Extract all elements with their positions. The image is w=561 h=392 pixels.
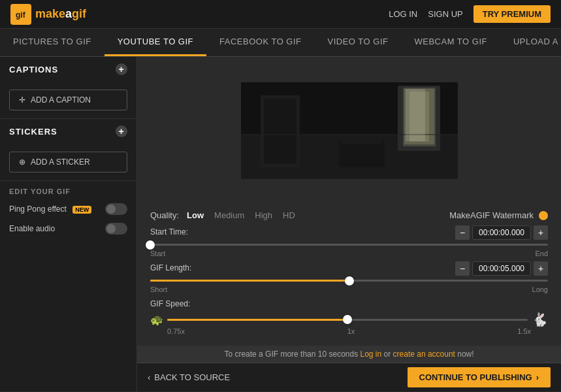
ping-pong-toggle[interactable] bbox=[105, 203, 127, 215]
gif-length-row: GIF Length: − 00:00:05.000 + Short Long bbox=[150, 261, 548, 293]
tab-pictures[interactable]: PICTURES TO GIF bbox=[0, 29, 104, 56]
new-badge: NEW bbox=[72, 206, 91, 214]
back-button[interactable]: ‹ BACK TO SOURCE bbox=[148, 372, 230, 382]
tab-upload[interactable]: UPLOAD A GIF bbox=[500, 29, 561, 56]
login-link[interactable]: LOG IN bbox=[389, 9, 417, 19]
continue-label: CONTINUE TO PUBLISHING bbox=[419, 372, 532, 382]
captions-section: CAPTIONS + ✛ ADD A CAPTION bbox=[0, 57, 136, 119]
svg-rect-11 bbox=[339, 141, 385, 167]
enable-audio-row: Enable audio bbox=[9, 223, 127, 235]
ping-pong-row: Ping Pong effect NEW bbox=[9, 203, 127, 215]
gif-length-thumb[interactable] bbox=[345, 276, 354, 286]
stickers-add-icon[interactable]: + bbox=[116, 125, 127, 137]
watermark-label: MakeAGIF Watermark bbox=[449, 210, 534, 220]
speed-label-1: 1x bbox=[347, 327, 355, 335]
start-time-labels: Start End bbox=[150, 250, 548, 257]
signup-link[interactable]: SIGN UP bbox=[428, 9, 462, 19]
speed-label-15: 1.5x bbox=[517, 327, 531, 335]
gif-speed-thumb[interactable] bbox=[343, 315, 352, 324]
svg-text:gif: gif bbox=[16, 10, 26, 20]
content: Quality: Low Medium High HD MakeAGIF Wat… bbox=[137, 57, 561, 391]
tab-youtube[interactable]: YOUTUBE TO GIF bbox=[104, 29, 206, 56]
create-account-link[interactable]: create an account bbox=[393, 350, 455, 359]
svg-rect-8 bbox=[409, 91, 429, 142]
tab-facebook[interactable]: FACEBOOK TO GIF bbox=[206, 29, 315, 56]
enable-audio-toggle[interactable] bbox=[105, 223, 127, 235]
stickers-section: STICKERS + ⊕ ADD A STICKER bbox=[0, 119, 136, 181]
ping-pong-label: Ping Pong effect NEW bbox=[9, 204, 91, 214]
back-label: BACK TO SOURCE bbox=[154, 372, 230, 382]
start-time-input: − 00:00:00.000 + bbox=[455, 225, 548, 240]
svg-rect-7 bbox=[404, 89, 434, 144]
continue-button[interactable]: CONTINUE TO PUBLISHING › bbox=[408, 367, 551, 387]
start-label: Start bbox=[150, 250, 165, 257]
continue-arrow-icon: › bbox=[536, 372, 539, 382]
gif-speed-track bbox=[167, 319, 528, 321]
quality-low[interactable]: Low bbox=[187, 210, 204, 220]
add-sticker-label: ADD A STICKER bbox=[31, 157, 90, 167]
svg-rect-12 bbox=[342, 135, 381, 144]
start-time-minus[interactable]: − bbox=[455, 225, 470, 240]
speed-slow-icon: 🐢 bbox=[150, 314, 163, 326]
speed-fast-icon: 🐇 bbox=[532, 312, 548, 327]
start-time-thumb[interactable] bbox=[146, 240, 155, 250]
long-label: Long bbox=[532, 286, 548, 293]
gif-length-fill bbox=[150, 280, 349, 282]
edit-section: EDIT YOUR GIF Ping Pong effect NEW Enabl… bbox=[0, 181, 136, 249]
logo: gif makeagif bbox=[10, 4, 86, 25]
main: CAPTIONS + ✛ ADD A CAPTION STICKERS + ⊕ … bbox=[0, 57, 561, 391]
start-time-plus[interactable]: + bbox=[534, 225, 548, 240]
start-time-row: Start Time: − 00:00:00.000 + Start End bbox=[150, 225, 548, 257]
quality-hd[interactable]: HD bbox=[283, 210, 295, 220]
stickers-label: STICKERS bbox=[9, 127, 57, 137]
quality-row: Quality: Low Medium High HD MakeAGIF Wat… bbox=[150, 210, 548, 220]
nav-tabs: PICTURES TO GIF YOUTUBE TO GIF FACEBOOK … bbox=[0, 29, 561, 57]
gif-length-labels: Short Long bbox=[150, 286, 548, 293]
tab-webcam[interactable]: WEBCAM TO GIF bbox=[401, 29, 500, 56]
captions-add-icon[interactable]: + bbox=[116, 63, 127, 75]
tab-video[interactable]: VIDEO TO GIF bbox=[315, 29, 402, 56]
add-caption-button[interactable]: ✛ ADD A CAPTION bbox=[9, 90, 127, 110]
gif-length-label: GIF Length: bbox=[150, 263, 191, 272]
short-label: Short bbox=[150, 286, 167, 293]
stickers-header[interactable]: STICKERS + bbox=[0, 119, 136, 144]
controls: Quality: Low Medium High HD MakeAGIF Wat… bbox=[137, 204, 561, 346]
video-area bbox=[137, 57, 561, 204]
info-bar: To create a GIF more than 10 seconds Log… bbox=[137, 346, 561, 363]
premium-button[interactable]: TRY PREMIUM bbox=[473, 5, 551, 23]
enable-audio-label: Enable audio bbox=[9, 224, 55, 233]
gif-length-input: − 00:00:05.000 + bbox=[455, 261, 548, 276]
start-time-label: Start Time: bbox=[150, 227, 188, 237]
watermark-row: MakeAGIF Watermark bbox=[449, 210, 548, 220]
login-link-info[interactable]: Log in bbox=[360, 350, 381, 359]
gif-length-track bbox=[150, 280, 548, 282]
footer: ‹ BACK TO SOURCE CONTINUE TO PUBLISHING … bbox=[137, 363, 561, 391]
back-arrow-icon: ‹ bbox=[148, 372, 150, 382]
header: gif makeagif LOG IN SIGN UP TRY PREMIUM bbox=[0, 0, 561, 29]
quality-label: Quality: bbox=[150, 210, 179, 220]
add-caption-label: ADD A CAPTION bbox=[31, 95, 91, 105]
gif-speed-fill bbox=[167, 319, 347, 321]
logo-icon: gif bbox=[10, 4, 31, 25]
sidebar: CAPTIONS + ✛ ADD A CAPTION STICKERS + ⊕ … bbox=[0, 57, 137, 391]
quality-high[interactable]: High bbox=[255, 210, 272, 220]
gif-length-minus[interactable]: − bbox=[455, 261, 470, 276]
captions-header[interactable]: CAPTIONS + bbox=[0, 57, 136, 82]
add-sticker-button[interactable]: ⊕ ADD A STICKER bbox=[9, 152, 127, 172]
gif-speed-row: GIF Speed: 🐢 🐇 0.75x 1x 1.5x bbox=[150, 297, 548, 335]
header-nav: LOG IN SIGN UP TRY PREMIUM bbox=[389, 5, 551, 23]
start-time-track bbox=[150, 244, 548, 246]
gif-length-value: 00:00:05.000 bbox=[472, 261, 531, 276]
quality-options: Low Medium High HD bbox=[187, 210, 295, 220]
info-text-before: To create a GIF more than 10 seconds bbox=[224, 350, 360, 359]
quality-medium[interactable]: Medium bbox=[214, 210, 244, 220]
info-text-after: now! bbox=[455, 350, 474, 359]
video-preview bbox=[241, 82, 458, 179]
logo-text: makeagif bbox=[35, 7, 86, 21]
sticker-icon: ⊕ bbox=[19, 157, 25, 167]
start-time-value: 00:00:00.000 bbox=[472, 225, 531, 240]
watermark-toggle[interactable] bbox=[539, 211, 548, 220]
speed-label-075: 0.75x bbox=[167, 327, 185, 335]
gif-length-plus[interactable]: + bbox=[534, 261, 548, 276]
gif-speed-labels: 0.75x 1x 1.5x bbox=[150, 327, 548, 335]
